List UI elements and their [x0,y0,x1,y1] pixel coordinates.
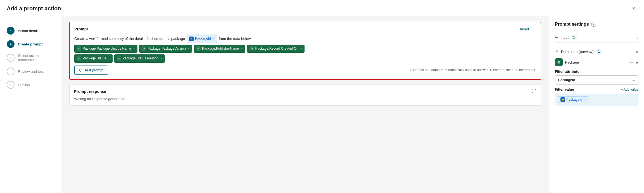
data-chips-row-2: ⚙ Package.Status × ⚙ Package.Status Reas… [74,54,536,63]
input-chip-close[interactable]: × [213,36,215,42]
chip-label-3: Package.PublisherName [202,46,239,52]
chip-close-6[interactable]: × [160,56,162,61]
filter-section: Filter attribute PackageId Filter value … [555,69,638,105]
test-prompt-icon: ⬡ [79,68,82,72]
main-content: ✓ Action details ● Create prompt ○ Selec… [0,16,644,193]
chip-icon-3: ⚙ [196,46,201,51]
step-circle-action-details: ✓ [7,27,15,35]
prompt-title: Prompt [74,27,88,31]
step-action-details[interactable]: ✓ Action details [7,24,55,37]
dialog-header: Add a prompt action × [0,0,644,16]
chip-close-2[interactable]: × [188,46,189,51]
filter-chip-icon: ⚡ [560,97,565,102]
right-panel-title: Prompt settings [555,22,589,27]
expand-icon[interactable]: ⛶ [532,89,536,94]
chip-label-5: Package.Status [83,56,106,62]
response-header: Prompt response ⛶ [74,89,536,94]
prompt-box: Prompt + Insert ··· Create a well formed… [69,22,541,80]
chip-status-reason: ⚙ Package.Status Reason × [114,54,165,63]
input-chip-label: PackageId [195,36,211,42]
package-chevron[interactable]: ∧ [636,60,638,64]
package-icon: ⚙ [555,58,563,66]
input-chip: ⚡ PackageId × [187,35,217,43]
data-used-section: 🗄 Data used (preview) 1 ∧ ⚙ Package ··· … [555,47,638,109]
chip-icon-5: ⚙ [77,56,81,61]
chip-icon-4: ⚙ [249,46,254,51]
chip-icon-2: ⚙ [142,46,146,51]
data-used-label-group: 🗄 Data used (preview) 1 [555,49,602,54]
info-icon[interactable]: i [591,22,596,27]
more-options-button[interactable]: ··· [533,27,536,31]
chip-record-created-on: ⚙ Package.Record Created On × [247,45,305,53]
filter-value-section: Filter value + Add value ⚡ PackageId × [555,87,638,105]
chip-close-1[interactable]: × [133,46,135,51]
package-label: Package [565,60,579,64]
insert-button[interactable]: + Insert [517,27,529,31]
step-circle-create-prompt: ● [7,40,15,48]
add-value-button[interactable]: + Add value [621,88,638,91]
step-circle-publish: ○ [7,81,15,89]
filter-value-label: Filter value [555,87,574,91]
chip-label-4: Package.Record Created On [255,46,298,52]
data-used-chevron[interactable]: ∧ [636,49,638,54]
filter-chip: ⚡ PackageId × [558,96,588,103]
filter-chip-close[interactable]: × [584,98,586,101]
step-label-create-prompt: Create prompt [18,42,43,46]
chip-close-4[interactable]: × [300,46,302,51]
prompt-header: Prompt + Insert ··· [74,27,536,31]
chip-status: ⚙ Package.Status × [74,54,113,63]
step-publish[interactable]: ○ Publish [7,78,55,91]
prompt-footer: ⬡ Test prompt All inputs and data are au… [74,66,536,75]
close-button[interactable]: × [630,4,637,13]
chip-package-version: ⚙ Package.PackageVersion × [139,45,192,53]
step-label-review-test: Review and test [18,69,44,74]
package-actions: ··· ∧ [630,60,638,64]
filter-value-header: Filter value + Add value [555,87,638,91]
filter-chip-label: PackageId [566,98,582,102]
chip-label-6: Package.Status Reason [123,56,159,62]
filter-value-input-box: ⚡ PackageId × [555,94,638,105]
test-prompt-button[interactable]: ⬡ Test prompt [74,66,108,75]
package-more-button[interactable]: ··· [630,60,633,64]
chip-close-5[interactable]: × [108,56,110,61]
data-chips-row: ⚙ Package.Package Unique Name × ⚙ Packag… [74,45,536,53]
right-panel-header: Prompt settings i [555,22,638,27]
prompt-actions: + Insert ··· [517,27,536,31]
filter-attribute-select[interactable]: PackageId [555,75,638,85]
data-used-icon: 🗄 [555,49,559,54]
step-review-test[interactable]: ○ Review and test [7,65,55,78]
chip-close-3[interactable]: × [241,46,243,51]
filter-attribute-group: Filter attribute PackageId [555,69,638,85]
step-circle-select-params: ○ [7,54,15,62]
package-row: ⚙ Package ··· ∧ [555,56,638,68]
step-select-params[interactable]: ○ Select action parameters [7,51,55,65]
center-area: Prompt + Insert ··· Create a well formed… [61,16,549,193]
stepper: ✓ Action details ● Create prompt ○ Selec… [0,16,61,193]
chip-publisher-name: ⚙ Package.PublisherName × [194,45,245,53]
data-used-header-row: 🗄 Data used (preview) 1 ∧ [555,47,638,56]
input-icon: ↪ [555,35,558,40]
step-label-select-params: Select action parameters [18,54,55,62]
prompt-content: Create a well formed summary of the deta… [74,35,536,63]
input-section-row: ↪ Input 1 › [555,32,638,43]
input-chevron[interactable]: › [637,35,638,40]
chip-icon-6: ⚙ [117,56,121,61]
response-box: Prompt response ⛶ Waiting for response g… [69,84,541,106]
response-text: Waiting for response generation. [74,97,536,101]
step-create-prompt[interactable]: ● Create prompt [7,37,55,51]
package-left: ⚙ Package [555,58,579,66]
step-circle-review-test: ○ [7,67,15,75]
right-panel: Prompt settings i ↪ Input 1 › 🗄 Data use… [549,16,644,193]
prompt-text-before: Create a well formed summary of the deta… [74,35,185,42]
prompt-hint: All inputs and data are automatically us… [410,68,536,72]
test-prompt-label: Test prompt [84,68,103,72]
filter-attribute-select-wrapper[interactable]: PackageId [555,75,638,85]
data-used-label: Data used (preview) [561,50,593,54]
chip-package-unique-name: ⚙ Package.Package Unique Name × [74,45,137,53]
input-label-group: ↪ Input 1 [555,35,577,40]
input-chip-icon: ⚡ [189,37,194,41]
chip-label-1: Package.Package Unique Name [83,46,131,52]
prompt-text-after: from the data below [219,35,251,42]
step-label-publish: Publish [18,83,30,87]
chip-label-2: Package.PackageVersion [148,46,186,52]
